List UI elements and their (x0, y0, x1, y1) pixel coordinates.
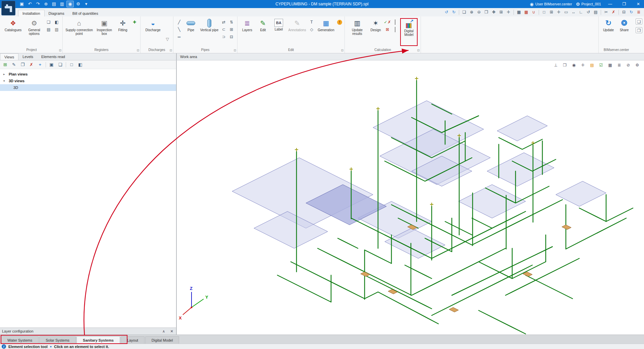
user-account[interactable]: ◉ User BIMserver.center (530, 2, 572, 7)
snapshot-all-icon[interactable]: ❏ (56, 61, 64, 68)
snap-icon[interactable]: ∪ (530, 9, 537, 15)
tab-solar-systems[interactable]: Solar Systems (39, 336, 76, 344)
diamond-icon[interactable]: ◇ (308, 27, 315, 33)
ruler-icon[interactable]: ▭ (563, 9, 570, 15)
toolbar-menu-icon[interactable]: ▾ (83, 1, 90, 7)
vertical-pipe-button[interactable]: Vertical pipe (199, 18, 219, 33)
edit-launcher-icon[interactable]: ⊡ (341, 49, 343, 52)
tab-views[interactable]: Views (0, 53, 18, 60)
digital-model-button[interactable]: ↗ Digital Model (401, 19, 416, 37)
duplicate-view-icon[interactable]: ❐ (19, 61, 26, 68)
close-panel-icon[interactable]: ✕ (169, 329, 174, 334)
design-button[interactable]: ✶ Design (368, 18, 383, 33)
snapshot-icon[interactable]: ▣ (48, 61, 55, 68)
close-button[interactable]: ✕ (633, 0, 643, 8)
delete-view-icon[interactable]: ✗ (28, 61, 35, 68)
print-setup-icon[interactable]: ▥ (58, 1, 66, 7)
settings-icon[interactable]: ⚙ (74, 1, 82, 7)
ortho-icon[interactable]: ∟ (578, 9, 584, 15)
pan-icon[interactable]: ✥ (490, 9, 497, 15)
view-undo-icon[interactable]: ↺ (443, 9, 450, 15)
redraw-icon[interactable]: ✛ (505, 9, 512, 15)
edit-view-icon[interactable]: ✎ (10, 61, 18, 68)
tab-elements-read[interactable]: Elements read (37, 53, 69, 60)
bim-update-button[interactable]: ↻ Update (601, 18, 616, 33)
axes-icon[interactable]: ✛ (580, 62, 586, 68)
layers-button[interactable]: ≣ Layers (240, 18, 255, 33)
pipe-diag1-icon[interactable]: ╱ (176, 19, 182, 25)
zoom-previous-icon[interactable]: ❐ (483, 9, 490, 15)
layers-visible-icon[interactable]: ▦ (516, 9, 522, 15)
check-results-icon[interactable]: ✓✗ (384, 19, 391, 25)
edit-button[interactable]: ✎ Edit (256, 18, 270, 33)
rotate-view-icon[interactable]: ↺ (585, 9, 592, 15)
results-chart2-icon[interactable] (392, 27, 398, 33)
cut-icon[interactable]: ✂ (603, 9, 609, 15)
pipe-raise-icon[interactable]: ⊞ (228, 27, 235, 33)
pipe-split-icon[interactable]: ⊂ (220, 27, 227, 33)
fitting-button[interactable]: ✛ Fitting (115, 18, 130, 33)
bim-sync-icon[interactable]: ↻ (628, 9, 635, 15)
tree-item-plan-views[interactable]: ▸ Plan views (0, 71, 176, 78)
plumb-icon[interactable]: ⊥ (552, 62, 559, 68)
tab-digital-model[interactable]: Digital Model (145, 336, 179, 344)
dimension-icon[interactable]: ↔ (570, 9, 577, 15)
pipe-reverse-icon[interactable]: ⊃ (220, 34, 227, 40)
tab-water-systems[interactable]: Water Systems (1, 336, 39, 344)
box-view-icon[interactable]: □ (68, 61, 75, 68)
zoom-window-icon[interactable]: ❏ (461, 9, 468, 15)
panel-layout-icon[interactable]: ⊟ (621, 9, 627, 15)
stack1-icon[interactable]: ❏ (45, 19, 52, 25)
tab-installation[interactable]: Installation (18, 10, 45, 16)
inspection-box-button[interactable]: ▣ Inspection box (94, 18, 114, 36)
view-config-icon[interactable]: ⚙ (634, 62, 641, 68)
project-chip[interactable]: ❂ Project_001 (576, 2, 601, 7)
stack4-icon[interactable]: ▧ (53, 27, 60, 33)
bim-layers-icon[interactable]: ≣ (635, 9, 642, 15)
app-logo[interactable] (1, 1, 15, 15)
layer-stack-icon[interactable]: ≣ (616, 62, 623, 68)
pipes-launcher-icon[interactable]: ⊡ (233, 49, 236, 52)
print-icon[interactable]: ▤ (50, 1, 58, 7)
pipe-align-icon[interactable]: ⇅ (228, 19, 235, 25)
hide-icon[interactable]: ⊘ (625, 62, 632, 68)
print-view-icon[interactable]: ▤ (592, 9, 599, 15)
tab-levels[interactable]: Levels (18, 53, 37, 60)
stack2-icon[interactable]: ◧ (53, 19, 60, 25)
pipe-horiz-icon[interactable]: ═ (176, 34, 182, 40)
minimize-button[interactable]: — (605, 0, 615, 8)
calc-remove-icon[interactable]: ⊠ (384, 27, 391, 33)
crosshair-icon[interactable]: ✛ (555, 9, 562, 15)
bulb-icon[interactable]: ! (337, 20, 342, 25)
maximize-button[interactable]: ❐ (619, 0, 629, 8)
collapse-panel-icon[interactable]: ∧ (161, 329, 166, 334)
results-chart-icon[interactable] (392, 19, 398, 25)
check-panel-icon[interactable]: ☑ (598, 62, 604, 68)
tree-item-3d[interactable]: 3D (0, 84, 176, 91)
chevron-right-icon[interactable]: ▸ (3, 72, 7, 76)
pipe-join-icon[interactable]: ⇄ (220, 19, 227, 25)
calculation-launcher-icon[interactable]: ⊡ (417, 49, 420, 52)
selection-window-icon[interactable]: □ (541, 9, 547, 15)
layer-configuration-header[interactable]: Layer configuration ∧ ✕ (0, 328, 176, 335)
catalogues-button[interactable]: ❖ Catalogues (3, 18, 23, 33)
registers-launcher-icon[interactable]: ⊡ (137, 49, 139, 52)
save-icon[interactable]: ▣ (18, 1, 25, 7)
box-solid-icon[interactable]: ◧ (76, 61, 84, 68)
capture-icon[interactable]: ◉ (66, 1, 74, 7)
stack3-icon[interactable]: ▤ (45, 27, 52, 33)
zoom-out-icon[interactable]: ⊖ (476, 9, 482, 15)
update-results-button[interactable]: ▥ Update results (347, 18, 367, 36)
export-model-icon[interactable]: ❏ (636, 18, 642, 24)
tab-layout[interactable]: Layout (121, 336, 145, 344)
tab-bill-of-quantities[interactable]: Bill of quantities (68, 10, 102, 16)
discharge-button[interactable]: ◒ Discharge (143, 18, 163, 33)
pipe-diag2-icon[interactable]: ╲ (176, 27, 182, 33)
pipe-button[interactable]: Pipe (183, 18, 198, 33)
discharges-launcher-icon[interactable]: ⊡ (169, 49, 172, 52)
label-button[interactable]: BA Label (271, 18, 286, 32)
delete-icon[interactable]: ✗ (610, 9, 617, 15)
zoom-in-icon[interactable]: ⊕ (468, 9, 475, 15)
tree-item-3d-views[interactable]: ▾ 3D views (0, 78, 176, 84)
general-options-button[interactable]: ⚙ General options (24, 18, 44, 36)
